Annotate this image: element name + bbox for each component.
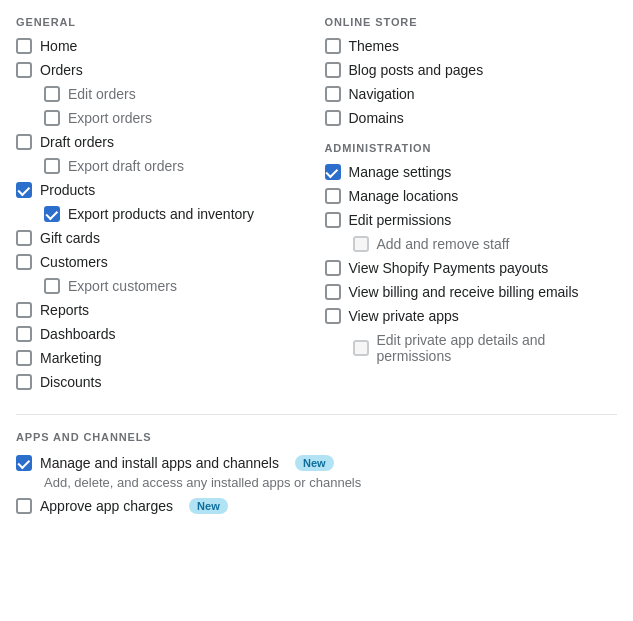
discounts-row: Discounts: [16, 374, 309, 390]
export-draft-checkbox[interactable]: [44, 158, 60, 174]
export-orders-row: Export orders: [16, 110, 309, 126]
view-shopify-payments-checkbox[interactable]: [325, 260, 341, 276]
add-remove-staff-row: Add and remove staff: [325, 236, 618, 252]
domains-row: Domains: [325, 110, 618, 126]
export-products-label[interactable]: Export products and inventory: [68, 206, 254, 222]
manage-locations-label[interactable]: Manage locations: [349, 188, 459, 204]
reports-label[interactable]: Reports: [40, 302, 89, 318]
blog-posts-label[interactable]: Blog posts and pages: [349, 62, 484, 78]
apps-channels-label: APPS AND CHANNELS: [16, 431, 617, 443]
general-label: GENERAL: [16, 16, 309, 28]
manage-install-apps-row: Manage and install apps and channels New: [16, 455, 617, 471]
draft-orders-checkbox[interactable]: [16, 134, 32, 150]
apps-channels-section: APPS AND CHANNELS Manage and install app…: [16, 431, 617, 514]
export-customers-row: Export customers: [16, 278, 309, 294]
reports-row: Reports: [16, 302, 309, 318]
dashboards-checkbox[interactable]: [16, 326, 32, 342]
edit-permissions-label[interactable]: Edit permissions: [349, 212, 452, 228]
export-orders-label[interactable]: Export orders: [68, 110, 152, 126]
customers-row: Customers: [16, 254, 309, 270]
gift-cards-checkbox[interactable]: [16, 230, 32, 246]
administration-section: ADMINISTRATION Manage settings Manage lo…: [325, 142, 618, 364]
themes-row: Themes: [325, 38, 618, 54]
marketing-row: Marketing: [16, 350, 309, 366]
products-label[interactable]: Products: [40, 182, 95, 198]
domains-checkbox[interactable]: [325, 110, 341, 126]
export-customers-label[interactable]: Export customers: [68, 278, 177, 294]
view-billing-checkbox[interactable]: [325, 284, 341, 300]
manage-locations-checkbox[interactable]: [325, 188, 341, 204]
edit-orders-checkbox[interactable]: [44, 86, 60, 102]
add-remove-staff-label: Add and remove staff: [377, 236, 510, 252]
draft-orders-label[interactable]: Draft orders: [40, 134, 114, 150]
discounts-label[interactable]: Discounts: [40, 374, 101, 390]
marketing-checkbox[interactable]: [16, 350, 32, 366]
home-checkbox[interactable]: [16, 38, 32, 54]
add-remove-staff-checkbox: [353, 236, 369, 252]
navigation-row: Navigation: [325, 86, 618, 102]
themes-checkbox[interactable]: [325, 38, 341, 54]
view-private-apps-label[interactable]: View private apps: [349, 308, 459, 324]
export-orders-checkbox[interactable]: [44, 110, 60, 126]
edit-permissions-checkbox[interactable]: [325, 212, 341, 228]
approve-app-charges-badge: New: [189, 498, 228, 514]
manage-settings-label[interactable]: Manage settings: [349, 164, 452, 180]
orders-row: Orders: [16, 62, 309, 78]
edit-private-app-row: Edit private app details and permissions: [325, 332, 618, 364]
orders-label[interactable]: Orders: [40, 62, 83, 78]
general-section: GENERAL Home Orders Edit orders Export o…: [16, 16, 309, 398]
home-row: Home: [16, 38, 309, 54]
products-checkbox[interactable]: [16, 182, 32, 198]
home-label[interactable]: Home: [40, 38, 77, 54]
view-billing-label[interactable]: View billing and receive billing emails: [349, 284, 579, 300]
approve-app-charges-label[interactable]: Approve app charges: [40, 498, 173, 514]
view-billing-row: View billing and receive billing emails: [325, 284, 618, 300]
dashboards-label[interactable]: Dashboards: [40, 326, 116, 342]
customers-checkbox[interactable]: [16, 254, 32, 270]
view-private-apps-row: View private apps: [325, 308, 618, 324]
marketing-label[interactable]: Marketing: [40, 350, 101, 366]
customers-label[interactable]: Customers: [40, 254, 108, 270]
section-divider: [16, 414, 617, 415]
manage-install-apps-checkbox[interactable]: [16, 455, 32, 471]
view-shopify-payments-row: View Shopify Payments payouts: [325, 260, 618, 276]
blog-posts-checkbox[interactable]: [325, 62, 341, 78]
gift-cards-row: Gift cards: [16, 230, 309, 246]
themes-label[interactable]: Themes: [349, 38, 400, 54]
export-products-row: Export products and inventory: [16, 206, 309, 222]
export-draft-label[interactable]: Export draft orders: [68, 158, 184, 174]
manage-install-apps-label[interactable]: Manage and install apps and channels: [40, 455, 279, 471]
orders-checkbox[interactable]: [16, 62, 32, 78]
draft-orders-row: Draft orders: [16, 134, 309, 150]
view-private-apps-checkbox[interactable]: [325, 308, 341, 324]
right-column: ONLINE STORE Themes Blog posts and pages…: [325, 16, 618, 398]
export-products-checkbox[interactable]: [44, 206, 60, 222]
navigation-checkbox[interactable]: [325, 86, 341, 102]
edit-private-app-checkbox: [353, 340, 369, 356]
domains-label[interactable]: Domains: [349, 110, 404, 126]
manage-install-apps-description: Add, delete, and access any installed ap…: [16, 475, 617, 490]
online-store-label: ONLINE STORE: [325, 16, 618, 28]
blog-posts-row: Blog posts and pages: [325, 62, 618, 78]
manage-settings-row: Manage settings: [325, 164, 618, 180]
edit-orders-row: Edit orders: [16, 86, 309, 102]
approve-app-charges-row: Approve app charges New: [16, 498, 617, 514]
discounts-checkbox[interactable]: [16, 374, 32, 390]
administration-label: ADMINISTRATION: [325, 142, 618, 154]
navigation-label[interactable]: Navigation: [349, 86, 415, 102]
gift-cards-label[interactable]: Gift cards: [40, 230, 100, 246]
manage-locations-row: Manage locations: [325, 188, 618, 204]
edit-orders-label[interactable]: Edit orders: [68, 86, 136, 102]
manage-settings-checkbox[interactable]: [325, 164, 341, 180]
view-shopify-payments-label[interactable]: View Shopify Payments payouts: [349, 260, 549, 276]
online-store-section: ONLINE STORE Themes Blog posts and pages…: [325, 16, 618, 126]
approve-app-charges-checkbox[interactable]: [16, 498, 32, 514]
manage-install-apps-badge: New: [295, 455, 334, 471]
reports-checkbox[interactable]: [16, 302, 32, 318]
export-draft-row: Export draft orders: [16, 158, 309, 174]
edit-private-app-label: Edit private app details and permissions: [377, 332, 618, 364]
products-row: Products: [16, 182, 309, 198]
export-customers-checkbox[interactable]: [44, 278, 60, 294]
dashboards-row: Dashboards: [16, 326, 309, 342]
edit-permissions-row: Edit permissions: [325, 212, 618, 228]
